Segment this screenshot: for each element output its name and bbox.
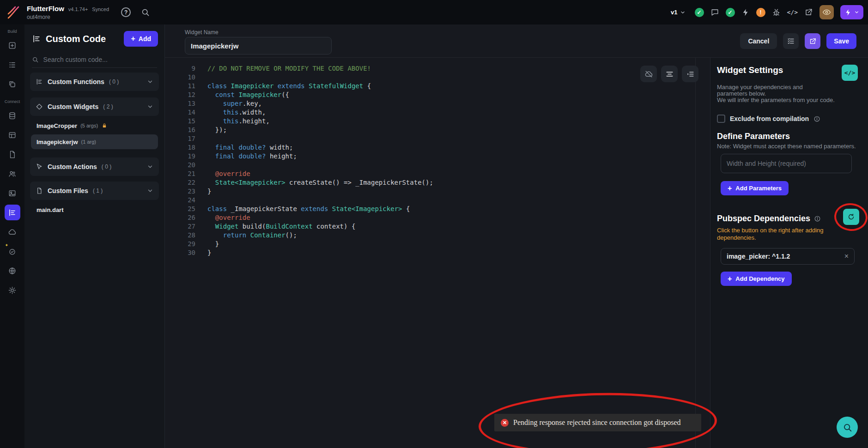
code-editor[interactable]: 9// DO NOT REMOVE OR MODIFY THE CODE ABO…: [165, 58, 710, 448]
chevron-down-icon[interactable]: [147, 163, 153, 170]
sidebar-sections: Custom Functions ( 0 ) Custom Widgets ( …: [24, 73, 164, 216]
align-center-icon: [665, 70, 674, 79]
code-line: 15 this.height,: [165, 117, 710, 126]
section-custom-functions[interactable]: Custom Functions ( 0 ): [30, 73, 159, 91]
section-label: Custom Widgets: [48, 103, 98, 110]
code-line: 26 @override: [165, 213, 710, 222]
rail-item-integrations[interactable]: [5, 263, 20, 278]
sidebar-search: [32, 51, 157, 68]
parameters-input[interactable]: [721, 154, 852, 173]
code-line: 16 });: [165, 126, 710, 134]
section-count: ( 2 ): [103, 103, 113, 110]
rail-build-label: Build: [7, 29, 17, 34]
view-boilerplate-button[interactable]: </>: [842, 65, 858, 81]
branch-selector[interactable]: v1: [671, 9, 685, 16]
info-icon[interactable]: [813, 115, 820, 122]
debug-button[interactable]: [772, 8, 781, 17]
deploy-button[interactable]: [840, 5, 863, 19]
code-view-button[interactable]: </>: [787, 9, 798, 16]
section-custom-widgets[interactable]: Custom Widgets ( 2 ): [30, 97, 159, 116]
rail-item-cloud-functions[interactable]: [5, 224, 20, 240]
image-icon: [8, 189, 17, 198]
section-label: Custom Files: [48, 187, 88, 194]
rail-item-widget-canvas[interactable]: [5, 37, 20, 53]
code-line: 29 }: [165, 240, 710, 248]
section-custom-actions[interactable]: Custom Actions ( 0 ): [30, 157, 159, 176]
copy-pages-icon: [8, 80, 17, 89]
file-item-main-dart[interactable]: main.dart: [31, 204, 158, 216]
optimizations-button[interactable]: [741, 8, 750, 17]
define-parameters-title: Define Parameters: [717, 132, 858, 141]
settings-description-line2: We will infer the parameters from your c…: [717, 97, 858, 103]
checks-passed-badge[interactable]: ✓: [695, 8, 704, 17]
editor-header: Widget Name Cancel Save: [165, 24, 868, 58]
code-line: 22 State<Imagepicker> createState() => _…: [165, 178, 710, 187]
search-button[interactable]: [141, 8, 150, 17]
rail-item-settings[interactable]: [5, 282, 20, 298]
info-icon[interactable]: [814, 215, 821, 222]
widget-item-imagecropper[interactable]: ImageCropper (5 args): [31, 120, 158, 132]
tests-passed-badge[interactable]: ✓: [726, 8, 735, 17]
support-search-fab[interactable]: [837, 417, 858, 438]
cloud-off-icon: [644, 70, 653, 79]
widgets-icon: [36, 103, 43, 110]
exclude-compilation-checkbox[interactable]: [717, 115, 725, 123]
code-line: 24: [165, 196, 710, 205]
nav-rail: Build Connect ✦: [0, 24, 24, 448]
remove-dependency-button[interactable]: ×: [844, 252, 849, 260]
plus-icon: +: [728, 275, 732, 283]
rail-item-custom-code[interactable]: [5, 205, 20, 220]
rail-item-data-schema[interactable]: [5, 127, 20, 143]
define-parameters-note: Note: Widget must accept these named par…: [717, 143, 858, 150]
add-parameters-button[interactable]: + Add Parameters: [721, 181, 789, 195]
rail-item-tests[interactable]: ✦: [5, 243, 20, 259]
chevron-down-icon[interactable]: [147, 79, 153, 85]
rail-item-media[interactable]: [5, 185, 20, 201]
warnings-badge[interactable]: !: [756, 8, 765, 17]
widget-name-input[interactable]: [185, 37, 332, 54]
chevron-down-icon[interactable]: [147, 188, 153, 194]
custom-code-icon: [32, 34, 41, 43]
editor-toolbar: [640, 66, 698, 82]
comments-button[interactable]: [710, 8, 719, 17]
section-custom-files[interactable]: Custom Files ( 1 ): [30, 182, 159, 200]
format-code-button[interactable]: [661, 66, 678, 82]
dependency-item[interactable]: image_picker: ^1.1.2 ×: [721, 248, 855, 265]
app-name: FlutterFlow: [27, 5, 64, 12]
check-code-button[interactable]: [783, 33, 799, 49]
gear-icon: [8, 286, 17, 295]
preview-button[interactable]: [819, 5, 834, 19]
widget-name-label: Widget Name: [185, 29, 219, 36]
error-icon: ✕: [501, 419, 509, 427]
disable-compile-button[interactable]: [640, 66, 657, 82]
functions-icon: [36, 78, 43, 85]
help-button[interactable]: ?: [121, 7, 131, 17]
export-button[interactable]: [804, 8, 813, 17]
add-dependency-button[interactable]: + Add Dependency: [721, 272, 792, 286]
table-icon: [8, 131, 17, 139]
code-icon: </>: [844, 69, 855, 76]
rail-item-database[interactable]: [5, 108, 20, 123]
code-line: 11class Imagepicker extends StatefulWidg…: [165, 82, 710, 91]
indent-code-button[interactable]: [682, 66, 698, 82]
open-in-editor-button[interactable]: [805, 33, 820, 49]
topbar-actions: v1 ✓ ✓ ! </>: [671, 5, 863, 19]
rail-item-documents[interactable]: [5, 146, 20, 162]
save-button[interactable]: Save: [826, 33, 856, 49]
external-link-icon: [809, 37, 817, 45]
branch-label: v1: [671, 9, 677, 16]
exclude-compilation-label: Exclude from compilation: [730, 115, 809, 122]
chevron-down-icon[interactable]: [147, 103, 153, 110]
add-custom-code-button[interactable]: + Add: [124, 31, 158, 47]
rail-item-components[interactable]: [5, 76, 20, 92]
error-toast: ✕ Pending response rejected since connec…: [494, 414, 701, 431]
rail-item-widget-tree[interactable]: [5, 57, 20, 73]
cancel-button[interactable]: Cancel: [740, 33, 777, 49]
code-line: 17: [165, 134, 710, 143]
rail-item-users[interactable]: [5, 166, 20, 182]
search-input[interactable]: [43, 56, 157, 63]
widget-item-imagepickerjw[interactable]: Imagepickerjw (1 arg): [31, 134, 158, 149]
pubspec-dependencies-title: Pubspec Dependencies: [717, 214, 810, 224]
compile-dependencies-button[interactable]: [843, 209, 859, 225]
code-line: 30}: [165, 248, 710, 257]
